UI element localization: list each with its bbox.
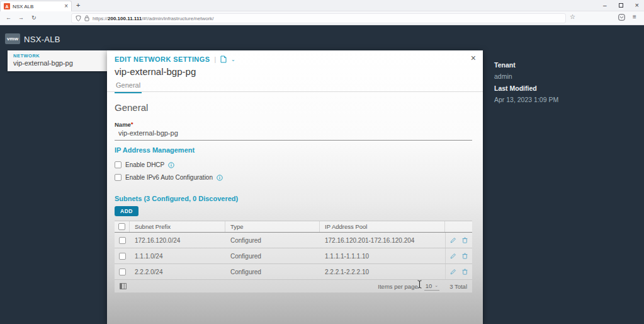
chevron-down-icon[interactable]: ⌄	[231, 57, 235, 62]
network-name: vip-external-bgp-pg	[13, 59, 101, 67]
modal-close-icon[interactable]: ×	[471, 54, 476, 62]
total-count: 3 Total	[449, 283, 467, 290]
edit-network-settings-modal: EDIT NETWORK SETTINGS | ⌄ × vip-external…	[107, 50, 483, 324]
header-divider: |	[214, 56, 216, 63]
menu-icon[interactable]: ≡	[633, 13, 636, 20]
url-text: https://200.100.11.111/#!/admin/infrastr…	[93, 16, 214, 21]
table-row[interactable]: 1.1.1.0/24 Configured 1.1.1.1-1.1.1.10	[115, 248, 472, 264]
cell-ip-address-pool: 172.16.120.201-172.16.120.204	[320, 237, 445, 244]
document-icon[interactable]	[220, 55, 227, 63]
chevron-down-icon: ⌄	[434, 283, 438, 288]
new-tab-button[interactable]: +	[76, 1, 80, 9]
network-nav-card[interactable]: NETWORK vip-external-bgp-pg	[8, 50, 107, 71]
modal-title: vip-external-bgp-pg	[115, 66, 196, 77]
browser-nav-bar: ← → ↻ https://200.100.11.111/#!/admin/in…	[0, 11, 644, 25]
screen: A NSX ALB × + – × ← → ↻ https://200.100.…	[0, 0, 644, 324]
text-cursor	[417, 280, 422, 289]
subnets-heading: Subnets (3 Configured, 0 Discovered)	[115, 195, 238, 202]
forward-icon[interactable]: →	[18, 14, 24, 21]
pocket-icon[interactable]	[618, 14, 625, 21]
reload-icon[interactable]: ↻	[31, 14, 37, 21]
cell-subnet-prefix: 1.1.1.0/24	[130, 253, 225, 260]
vmware-logo: vmw	[5, 33, 20, 44]
row-checkbox[interactable]	[119, 237, 126, 244]
cell-type: Configured	[225, 269, 320, 275]
column-header-actions	[445, 221, 472, 232]
tenant-label: Tenant	[494, 61, 516, 69]
enable-ipv6-checkbox[interactable]	[115, 174, 121, 181]
table-row[interactable]: 172.16.120.0/24 Configured 172.16.120.20…	[115, 233, 472, 248]
window-controls: – ×	[603, 0, 639, 11]
items-per-page-label: Items per page	[378, 283, 417, 290]
url-path: /#!/admin/infrastructure/network/	[142, 16, 213, 21]
delete-trash-icon[interactable]	[462, 237, 468, 243]
info-icon[interactable]	[217, 175, 223, 181]
tab-close-icon[interactable]: ×	[64, 3, 68, 9]
column-header-type[interactable]: Type	[225, 221, 320, 232]
cell-ip-address-pool: 2.2.2.1-2.2.2.10	[320, 269, 445, 275]
row-checkbox[interactable]	[119, 269, 126, 275]
name-field-label: Name*	[115, 121, 133, 128]
url-host: 200.100.11.111	[108, 16, 142, 21]
items-per-page-select[interactable]: 10 ⌄	[424, 282, 439, 291]
column-picker-icon[interactable]	[120, 283, 127, 289]
browser-tab[interactable]: A NSX ALB ×	[0, 1, 72, 11]
browser-tab-bar: A NSX ALB × + – ×	[0, 0, 644, 11]
delete-trash-icon[interactable]	[462, 253, 468, 259]
bookmark-star-icon[interactable]: ☆	[570, 13, 575, 20]
modal-header-title: EDIT NETWORK SETTINGS	[115, 55, 210, 63]
last-modified-label: Last Modified	[494, 84, 537, 92]
table-row[interactable]: 2.2.2.0/24 Configured 2.2.2.1-2.2.2.10	[115, 264, 472, 280]
product-title: NSX-ALB	[24, 35, 60, 44]
cell-subnet-prefix: 172.16.120.0/24	[130, 237, 225, 244]
column-header-subnet-prefix[interactable]: Subnet Prefix	[130, 221, 225, 232]
edit-pencil-icon[interactable]	[450, 237, 456, 243]
address-bar[interactable]: https://200.100.11.111/#!/admin/infrastr…	[71, 13, 566, 23]
ip-address-management-heading: IP Address Management	[115, 146, 195, 154]
info-icon[interactable]	[168, 162, 174, 168]
enable-ipv6-label: Enable IPv6 Auto Configuration	[125, 174, 213, 181]
table-header-row: Subnet Prefix Type IP Address Pool	[115, 221, 472, 233]
shield-icon[interactable]	[76, 15, 81, 21]
cell-type: Configured	[225, 253, 320, 260]
items-per-page-value: 10	[426, 282, 432, 289]
enable-dhcp-label: Enable DHCP	[125, 161, 164, 168]
name-input[interactable]	[115, 128, 472, 141]
edit-pencil-icon[interactable]	[450, 253, 456, 259]
back-icon[interactable]: ←	[6, 14, 11, 21]
delete-trash-icon[interactable]	[462, 269, 468, 275]
enable-ipv6-row: Enable IPv6 Auto Configuration	[115, 174, 223, 181]
window-maximize-icon[interactable]	[619, 3, 623, 8]
nsx-alb-favicon-icon: A	[4, 3, 10, 9]
edit-pencil-icon[interactable]	[450, 269, 456, 275]
tenant-value: admin	[494, 72, 512, 80]
cell-ip-address-pool: 1.1.1.1-1.1.1.10	[320, 253, 445, 260]
lock-icon[interactable]	[84, 15, 89, 21]
select-all-checkbox[interactable]	[118, 223, 125, 230]
required-marker: *	[131, 121, 133, 127]
tab-divider	[107, 91, 483, 92]
enable-dhcp-checkbox[interactable]	[115, 161, 121, 168]
row-checkbox[interactable]	[119, 253, 126, 260]
cell-type: Configured	[225, 237, 320, 244]
modal-header: EDIT NETWORK SETTINGS | ⌄	[115, 55, 235, 63]
cell-subnet-prefix: 2.2.2.0/24	[130, 269, 225, 275]
name-label-text: Name	[115, 121, 131, 128]
browser-tab-title: NSX ALB	[13, 4, 64, 9]
general-section-heading: General	[115, 102, 148, 113]
last-modified-value: Apr 13, 2023 1:09 PM	[494, 96, 558, 103]
enable-dhcp-row: Enable DHCP	[115, 161, 174, 168]
window-close-icon[interactable]: ×	[635, 2, 639, 9]
window-minimize-icon[interactable]: –	[603, 3, 607, 9]
column-header-ip-address-pool[interactable]: IP Address Pool	[320, 221, 445, 232]
add-subnet-button[interactable]: ADD	[115, 206, 138, 216]
network-kicker: NETWORK	[13, 53, 101, 59]
url-protocol: https://	[93, 16, 108, 21]
